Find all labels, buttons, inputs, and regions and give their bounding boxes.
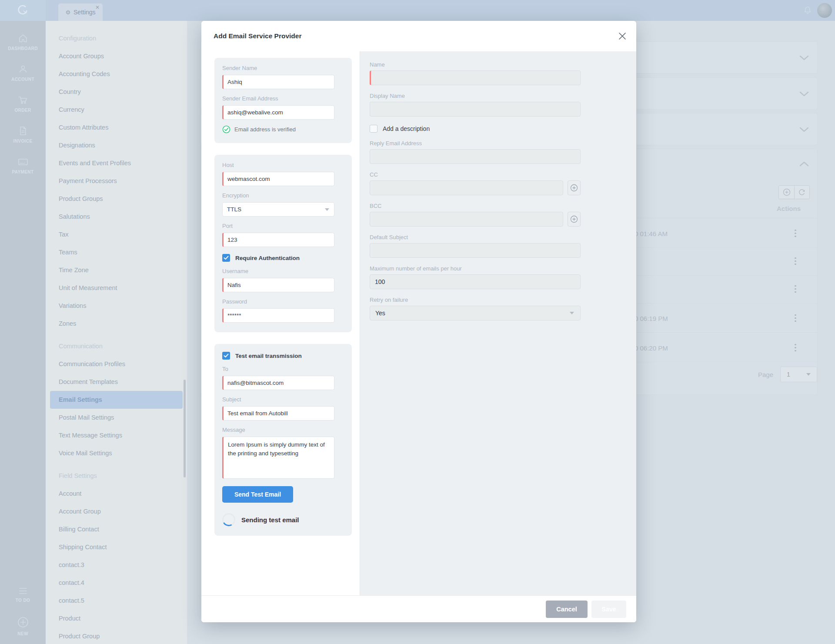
message-textarea[interactable]: Lorem Ipsum is simply dummy text of the … <box>222 437 334 479</box>
username-label: Username <box>222 268 334 274</box>
bcc-row <box>370 212 581 227</box>
require-auth-label: Require Authentication <box>235 255 300 261</box>
max-emails-input[interactable] <box>370 274 581 289</box>
sender-card: Sender Name Sender Email Address Email a… <box>214 58 352 143</box>
cc-add-button[interactable] <box>568 180 581 195</box>
add-email-provider-modal: Add Email Service Provider Sender Name S… <box>201 21 636 622</box>
modal-left-column: Sender Name Sender Email Address Email a… <box>201 51 360 595</box>
to-input[interactable] <box>222 376 334 390</box>
require-auth-row: Require Authentication <box>222 254 334 262</box>
sender-email-label: Sender Email Address <box>222 95 334 102</box>
name-label: Name <box>370 61 581 68</box>
modal-title: Add Email Service Provider <box>214 32 301 40</box>
require-auth-checkbox[interactable] <box>222 254 230 262</box>
bcc-input[interactable] <box>370 212 563 227</box>
cc-row <box>370 180 581 195</box>
encryption-select[interactable]: TTLS <box>222 202 334 217</box>
host-label: Host <box>222 162 334 168</box>
subject-label: Subject <box>222 396 334 403</box>
test-email-checkbox[interactable] <box>222 352 230 360</box>
default-subject-label: Default Subject <box>370 234 581 240</box>
display-name-input[interactable] <box>370 102 581 117</box>
sender-name-label: Sender Name <box>222 65 334 71</box>
host-input[interactable] <box>222 172 334 186</box>
plus-circle-icon <box>570 184 578 192</box>
add-description-row: Add a description <box>370 125 581 133</box>
reply-email-input[interactable] <box>370 149 581 164</box>
to-label: To <box>222 366 334 372</box>
chevron-down-icon <box>325 208 329 211</box>
sending-status-text: Sending test email <box>241 516 299 524</box>
subject-input[interactable] <box>222 406 334 420</box>
server-card: Host Encryption TTLS Port Require Authen… <box>214 155 352 332</box>
loading-spinner-icon <box>221 512 237 528</box>
bcc-label: BCC <box>370 203 581 209</box>
email-verified-text: Email address is verified <box>234 126 296 133</box>
add-description-label: Add a description <box>383 125 430 132</box>
password-label: Password <box>222 298 334 305</box>
port-label: Port <box>222 223 334 229</box>
send-test-email-button[interactable]: Send Test Email <box>222 486 293 503</box>
save-button[interactable]: Save <box>591 601 626 618</box>
reply-email-label: Reply Email Address <box>370 140 581 147</box>
modal-close-icon[interactable] <box>618 31 627 41</box>
bcc-add-button[interactable] <box>568 212 581 227</box>
password-input[interactable] <box>222 308 334 323</box>
default-subject-input[interactable] <box>370 243 581 258</box>
modal-footer: Cancel Save <box>201 595 636 622</box>
modal-header: Add Email Service Provider <box>201 21 636 51</box>
verified-check-icon <box>222 125 230 133</box>
modal-body: Sender Name Sender Email Address Email a… <box>201 51 636 595</box>
retry-value: Yes <box>375 310 385 317</box>
email-verified-row: Email address is verified <box>222 125 334 133</box>
sender-name-input[interactable] <box>222 75 334 89</box>
retry-on-failure-label: Retry on failure <box>370 297 581 303</box>
encryption-value: TTLS <box>227 206 241 213</box>
test-email-card: Test email transmission To Subject Messa… <box>214 344 352 536</box>
cancel-button[interactable]: Cancel <box>546 601 588 618</box>
cc-input[interactable] <box>370 180 563 195</box>
sender-email-input[interactable] <box>222 105 334 120</box>
username-input[interactable] <box>222 278 334 292</box>
chevron-down-icon <box>570 312 574 314</box>
cc-label: CC <box>370 171 581 178</box>
retry-on-failure-select[interactable]: Yes <box>370 306 581 320</box>
sending-status-row: Sending test email <box>222 513 334 526</box>
plus-circle-icon <box>570 215 578 224</box>
add-description-checkbox[interactable] <box>370 125 377 133</box>
max-emails-label: Maximum number of emails per hour <box>370 265 581 272</box>
encryption-label: Encryption <box>222 192 334 199</box>
name-input[interactable] <box>370 70 581 85</box>
test-email-row: Test email transmission <box>222 352 334 360</box>
modal-right-column: Name Display Name Add a description Repl… <box>360 51 636 595</box>
message-label: Message <box>222 427 334 433</box>
display-name-label: Display Name <box>370 93 581 99</box>
test-email-label: Test email transmission <box>235 353 302 359</box>
app-root: ⚙ Settings ✕ DASHBOARD ACCOUNT ORDER INV… <box>0 0 835 644</box>
port-input[interactable] <box>222 233 334 247</box>
